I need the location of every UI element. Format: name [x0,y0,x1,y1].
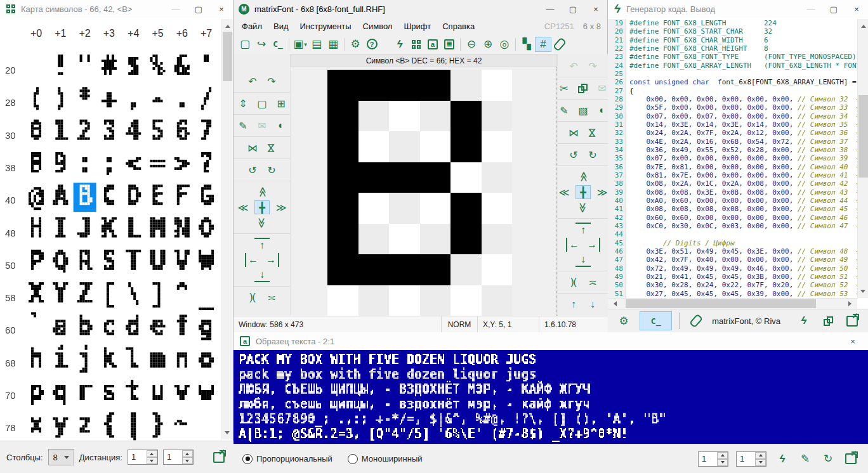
glyph-pixel[interactable] [389,101,420,132]
help-icon[interactable]: ? [364,37,380,52]
crop-icon[interactable]: ▢ [254,96,270,110]
glyph-pixel[interactable] [389,193,420,224]
export-charmap-icon[interactable] [211,450,227,465]
move-down-icon[interactable]: ≫ [255,215,269,230]
invert-preview-icon[interactable]: ▚ [518,37,535,52]
spin-down-icon[interactable] [147,457,157,464]
paint-icon[interactable]: ✎ [556,103,572,117]
glyph-pixel[interactable] [420,224,451,255]
glyph-pixel[interactable] [358,193,390,224]
save-as-icon[interactable]: ▦ [325,37,341,52]
invert-glyph-icon[interactable]: ◐ [595,103,610,117]
glyph-pixel[interactable] [450,70,482,101]
scroll-left-icon[interactable] [611,301,617,306]
settings-gear-icon[interactable]: ⚙ [615,313,632,328]
glyph-pixel[interactable] [482,254,513,285]
glyph-pixel[interactable] [327,162,358,193]
paint-icon[interactable]: ✎ [235,119,251,133]
glyph-pixel[interactable] [482,131,513,162]
glyph-pixel[interactable] [358,70,390,101]
copy-icon[interactable] [575,81,591,95]
export-sample-icon[interactable] [843,451,859,467]
align-right-icon[interactable]: → [585,238,600,252]
sample-scale-y-spinner[interactable]: 1 [736,451,766,467]
squeeze-vertical-icon[interactable]: ≍ [585,275,600,289]
prev-char-icon[interactable]: ↑ [566,297,581,311]
glyph-pixel[interactable] [358,285,390,316]
glyph-pixel[interactable] [482,224,513,255]
spin-up-icon[interactable] [147,450,157,457]
move-up-icon[interactable]: ≫ [576,169,590,185]
flip-vertical-icon[interactable]: ⋈ [265,140,279,155]
generate-sample-icon[interactable]: ϟ [774,451,791,467]
flip-vertical-icon[interactable]: ⋈ [586,125,600,140]
align-top-icon[interactable]: ↑ [575,223,591,236]
glyph-pixel[interactable] [420,131,451,162]
glyph-pixel[interactable] [358,224,390,255]
align-right-icon[interactable]: → [264,253,279,267]
code-vertical-scrollbar[interactable] [857,19,868,298]
glyph-pixel[interactable] [327,131,358,162]
move-center-icon[interactable]: ╋ [575,185,591,199]
glyph-pixel[interactable] [358,131,390,162]
glyph-pixel[interactable] [389,224,420,255]
glyph-pixel[interactable] [389,254,420,285]
char-map-toggle-icon[interactable] [408,37,424,52]
scroll-thumb[interactable] [223,32,232,81]
glyph-pixel[interactable] [358,254,390,285]
generate-code-icon[interactable]: ϟ [796,313,812,328]
squeeze-vertical-icon[interactable]: ≍ [264,290,279,304]
window-layout-icon[interactable]: ▣▾ [292,37,308,52]
close-button[interactable]: × [210,0,233,18]
glyph-pixel[interactable] [450,285,482,316]
spin-up-icon[interactable] [755,452,766,459]
glyph-pixel[interactable] [327,285,358,316]
glyph-pixel[interactable] [420,285,451,316]
sample-scale-x-spinner[interactable]: 1 [698,451,728,467]
glyph-editor-grid[interactable] [327,70,512,316]
undo-icon[interactable]: ↶ [245,74,260,88]
menu-справка[interactable]: Справка [437,18,480,34]
paste-disabled-icon[interactable]: ✉ [254,119,270,133]
export-code-icon[interactable] [844,313,860,328]
grid-toggle-icon[interactable]: # [535,37,551,52]
next-char-icon[interactable]: ↓ [585,297,600,311]
scroll-down-icon[interactable] [860,290,865,295]
maximize-button[interactable]: ▢ [822,0,845,18]
minimize-button[interactable]: — [799,0,822,18]
close-button[interactable]: × [841,332,864,350]
char-map-scrollbar[interactable] [221,19,233,439]
move-down-icon[interactable]: ≫ [576,200,590,215]
glyph-pixel[interactable] [482,193,513,224]
align-bottom-icon[interactable]: ↓ [254,268,270,282]
attach-icon[interactable] [551,37,568,52]
move-right-icon[interactable]: ≫ [273,200,289,214]
menu-вид[interactable]: Вид [268,18,294,34]
copy-code-icon[interactable] [820,313,836,328]
minimize-button[interactable]: — [164,0,187,18]
glyph-pixel[interactable] [389,131,420,162]
glyph-pixel[interactable] [327,193,358,224]
move-left-icon[interactable]: ≪ [235,200,251,214]
menu-шрифт[interactable]: Шрифт [398,18,437,34]
align-top-icon[interactable]: ↑ [254,238,270,252]
generate-code-icon[interactable]: ϟ [391,37,408,52]
glyph-pixel[interactable] [327,101,358,132]
maximize-button[interactable]: ▢ [562,0,584,18]
move-up-icon[interactable]: ≫ [255,185,269,200]
new-font-icon[interactable]: ▢ [237,37,253,52]
settings-gear-icon[interactable]: ⚙ [347,37,364,52]
minimize-button[interactable]: — [539,0,562,18]
paste-disabled-icon[interactable]: ✉ [595,81,610,95]
scroll-down-icon[interactable] [225,431,230,437]
glyph-pixel[interactable] [482,70,513,101]
code-horizontal-scrollbar[interactable] [608,298,857,309]
spin-down-icon[interactable] [182,457,193,464]
export-image-icon[interactable]: ▧ [575,103,591,117]
squeeze-horizontal-icon[interactable]: )( [566,275,581,289]
glyph-pixel[interactable] [327,70,358,101]
close-button[interactable]: × [845,0,868,18]
sample-text-toggle-icon[interactable]: a [424,37,441,52]
glyph-pixel[interactable] [420,101,451,132]
line-height-icon[interactable]: ⇕ [235,96,251,110]
